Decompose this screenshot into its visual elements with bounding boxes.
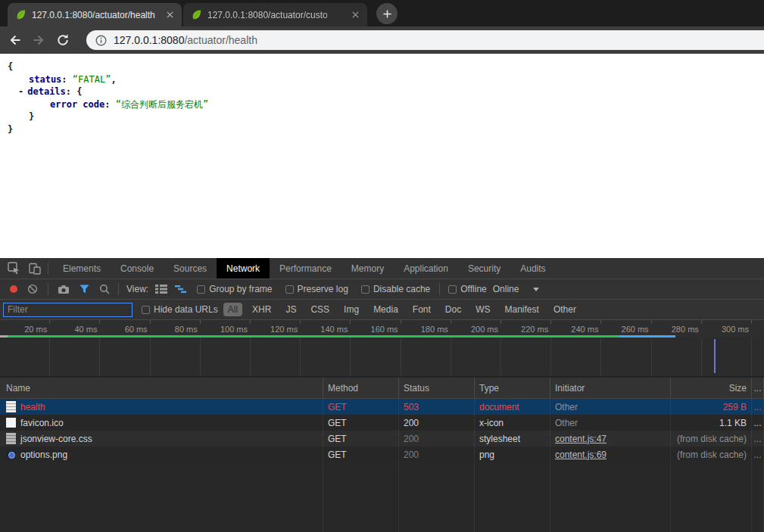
filter-chip-other[interactable]: Other [549,303,581,316]
filter-chip-font[interactable]: Font [408,303,435,316]
timeline-tick-label: 260 ms [597,325,649,334]
filter-chip-manifest[interactable]: Manifest [500,303,544,316]
record-button[interactable] [10,285,17,293]
devtools-tab-performance[interactable]: Performance [270,258,341,278]
forward-button[interactable] [32,33,46,47]
browser-tab-health[interactable]: 127.0.0.1:8080/actuator/health [8,3,182,26]
search-icon[interactable] [99,284,110,294]
preserve-log-checkbox[interactable] [285,285,294,294]
column-header-initiator[interactable]: Initiator [550,378,671,398]
filter-chip-ws[interactable]: WS [471,303,494,316]
page-info-icon[interactable] [95,35,107,46]
devtools-tab-sources[interactable]: Sources [164,258,217,278]
group-by-frame-label: Group by frame [209,284,272,294]
network-filter-bar: Hide data URLs AllXHRJSCSSImgMediaFontDo… [0,299,764,319]
reload-button[interactable] [56,33,70,47]
network-table-header: Name Method Status Type Initiator Size .… [0,378,764,399]
timeline-tick-label: 300 ms [697,325,749,334]
column-header-size[interactable]: Size [671,378,752,398]
devtools-tab-security[interactable]: Security [458,258,510,278]
spring-leaf-favicon [191,9,202,20]
url-path: /actuator/health [184,34,257,46]
spring-leaf-favicon [15,9,27,20]
timeline-tick-label: 160 ms [347,325,398,334]
timeline-ruler[interactable]: 20 ms40 ms60 ms80 ms100 ms120 ms140 ms16… [0,319,764,338]
preserve-log-label: Preserve log [298,284,348,294]
devtools-tab-audits[interactable]: Audits [510,258,555,278]
filter-chip-bar: AllXHRJSCSSImgMediaFontDocWSManifestOthe… [223,303,581,316]
filter-chip-xhr[interactable]: XHR [248,303,276,316]
json-line: } [0,110,764,123]
tab-close-icon[interactable] [349,9,361,21]
filter-chip-doc[interactable]: Doc [441,303,466,316]
browser-window: 127.0.0.1:8080/actuator/health 127.0.0.1… [0,0,764,532]
device-toolbar-icon[interactable] [29,263,41,275]
column-header-more[interactable]: ... [752,378,764,398]
json-close-brace: } [8,124,13,135]
filter-chip-all[interactable]: All [223,303,242,316]
devtools-tab-network[interactable]: Network [217,258,270,278]
column-header-status[interactable]: Status [399,378,475,398]
offline-checkbox[interactable] [448,285,457,294]
back-button[interactable] [8,33,22,47]
inspect-element-icon[interactable] [8,262,20,275]
json-collapse-toggle[interactable]: - [18,86,23,97]
disable-cache-checkbox[interactable] [361,285,370,294]
network-row-jsonview-core-css[interactable]: jsonview-core.css GET 200 stylesheet con… [0,431,764,446]
filter-chip-css[interactable]: CSS [306,303,334,316]
filter-chip-js[interactable]: JS [281,303,301,316]
divider [48,263,48,275]
network-row-favicon[interactable]: favicon.ico GET 200 x-icon Other 1.1 KB … [0,415,764,431]
column-header-method[interactable]: Method [323,378,399,398]
json-value-status: “FATAL” [73,74,111,85]
request-size: 259 B [671,399,752,415]
page-content: { status: “FATAL”, -details: { error cod… [0,54,764,258]
initiator-link[interactable]: content.js:47 [555,434,607,444]
json-line: { [0,61,764,73]
browser-tab-custom[interactable]: 127.0.0.1:8080/actuator/custo [183,3,367,26]
new-tab-button[interactable] [376,3,398,24]
document-icon [6,401,16,412]
hide-data-urls-checkbox[interactable] [142,306,150,314]
group-by-frame-checkbox[interactable] [197,285,205,294]
filter-input[interactable] [3,303,133,317]
devtools-tab-elements[interactable]: Elements [53,258,111,278]
address-bar[interactable]: 127.0.0.1:8080/actuator/health [86,30,764,50]
json-comma: , [111,74,116,85]
network-row-health[interactable]: health GET 503 document Other 259 B ... [0,399,764,415]
timeline-tick-label: 60 ms [96,325,148,334]
column-header-type[interactable]: Type [475,378,550,398]
divider [48,283,48,295]
view-label: View: [126,284,148,294]
screenshot-camera-icon[interactable] [58,285,70,294]
network-row-options-png[interactable]: options.png GET 200 png content.js:69 (f… [0,446,764,462]
request-status: 200 [399,446,475,462]
tab-title: 127.0.0.1:8080/actuator/health [32,10,158,20]
json-value-error-code: “综合判断后服务宕机” [116,99,208,110]
throttling-dropdown[interactable]: Online [493,284,540,294]
overview-waterfall-icon[interactable] [175,285,187,294]
filter-chip-media[interactable]: Media [369,303,403,316]
column-header-name[interactable]: Name [0,378,323,398]
hide-data-urls-label: Hide data URLs [154,304,218,315]
devtools-tab-memory[interactable]: Memory [341,258,394,278]
json-open-brace: { [76,86,82,97]
network-table-empty-area [0,462,764,532]
list-view-icon[interactable] [155,285,167,294]
request-more: ... [752,431,764,446]
devtools-tab-console[interactable]: Console [111,258,164,278]
request-status: 200 [399,431,475,446]
filter-chip-img[interactable]: Img [339,303,363,316]
devtools-tab-application[interactable]: Application [394,258,458,278]
tab-close-icon[interactable] [164,9,176,21]
browser-toolbar: 127.0.0.1:8080/actuator/health [0,26,764,54]
json-close-brace: } [29,111,34,122]
request-name: options.png [20,450,67,460]
network-overview[interactable] [0,338,764,378]
filter-funnel-icon[interactable] [80,285,89,294]
initiator-link[interactable]: content.js:69 [555,450,607,460]
timeline-tick-label: 180 ms [397,325,448,334]
clear-icon[interactable] [27,284,38,294]
timeline-tick-label: 80 ms [146,325,198,334]
image-icon [6,450,16,459]
